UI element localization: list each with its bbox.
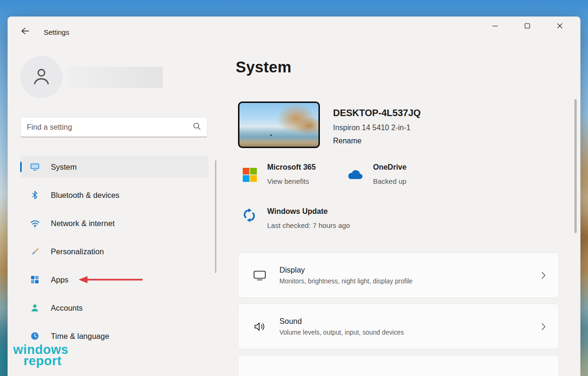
sidebar-item-label: Network & internet bbox=[51, 219, 115, 228]
apps-icon bbox=[30, 274, 40, 285]
device-model: Inspiron 14 5410 2-in-1 bbox=[333, 124, 421, 132]
device-info: DESKTOP-4L537JQ Inspiron 14 5410 2-in-1 … bbox=[333, 102, 421, 148]
tile-title: OneDrive bbox=[373, 163, 406, 172]
display-settings-card[interactable]: Display Monitors, brightness, night ligh… bbox=[238, 252, 559, 298]
onedrive-cloud-icon bbox=[346, 170, 363, 182]
card-title: Sound bbox=[279, 317, 541, 326]
microsoft-365-icon bbox=[243, 168, 257, 184]
network-icon bbox=[30, 218, 40, 228]
card-title: Display bbox=[279, 266, 541, 274]
windows-update-tile[interactable]: Windows Update Last checked: 7 hours ago bbox=[242, 205, 350, 230]
close-icon bbox=[557, 22, 563, 31]
sidebar-item-label: Accounts bbox=[51, 304, 83, 313]
minimize-button[interactable] bbox=[484, 17, 506, 36]
sidebar-item-bluetooth-devices[interactable]: Bluetooth & devices bbox=[20, 184, 208, 206]
sidebar-item-label: Apps bbox=[51, 275, 69, 284]
user-profile bbox=[20, 56, 163, 98]
microsoft-365-tile[interactable]: Microsoft 365 View benefits bbox=[243, 163, 316, 186]
back-arrow-icon bbox=[21, 28, 29, 36]
page-title: System bbox=[236, 58, 292, 76]
sidebar-item-label: Time & language bbox=[51, 332, 109, 341]
device-wallpaper-thumbnail bbox=[238, 102, 320, 148]
card-subtitle: Volume levels, output, input, sound devi… bbox=[279, 329, 541, 336]
back-button[interactable] bbox=[16, 25, 33, 39]
chevron-right-icon bbox=[541, 323, 546, 330]
watermark: windows report bbox=[13, 345, 69, 367]
sidebar-item-network-internet[interactable]: Network & internet bbox=[20, 212, 208, 234]
tile-subtitle: View benefits bbox=[267, 177, 316, 186]
window-controls bbox=[484, 17, 571, 36]
tile-subtitle: Last checked: 7 hours ago bbox=[267, 221, 350, 230]
person-icon bbox=[31, 65, 52, 89]
system-icon bbox=[30, 162, 40, 172]
desktop-wallpaper: { "colors": { "accent": "#0067c0", "anno… bbox=[0, 0, 588, 376]
tile-title: Windows Update bbox=[267, 207, 350, 216]
card-subtitle: Monitors, brightness, night light, displ… bbox=[279, 278, 541, 285]
maximize-icon bbox=[524, 22, 530, 31]
sidebar-item-label: Bluetooth & devices bbox=[51, 191, 119, 200]
sound-settings-card[interactable]: Sound Volume levels, output, input, soun… bbox=[238, 304, 559, 349]
display-icon bbox=[252, 270, 268, 281]
device-name: DESKTOP-4L537JQ bbox=[333, 108, 421, 118]
sidebar-item-label: Personalization bbox=[51, 247, 104, 256]
tile-title: Microsoft 365 bbox=[267, 163, 316, 172]
maximize-button[interactable] bbox=[516, 17, 538, 36]
windows-update-icon bbox=[242, 208, 257, 225]
main-scrollbar[interactable] bbox=[574, 99, 577, 233]
accounts-icon bbox=[30, 303, 40, 313]
time-language-icon bbox=[30, 331, 40, 341]
annotation-arrow-apps bbox=[78, 274, 144, 285]
user-name-redacted bbox=[68, 67, 163, 88]
settings-window: Settings bbox=[8, 16, 580, 376]
user-avatar[interactable] bbox=[20, 56, 63, 98]
search-input[interactable] bbox=[27, 123, 193, 132]
rename-button[interactable]: Rename bbox=[333, 137, 361, 145]
sidebar-item-personalization[interactable]: Personalization bbox=[20, 241, 208, 262]
personalization-icon bbox=[30, 246, 40, 257]
search-box bbox=[20, 117, 207, 137]
close-button[interactable] bbox=[549, 17, 571, 36]
minimize-icon bbox=[493, 22, 498, 31]
search-icon bbox=[193, 122, 201, 132]
sidebar-scrollbar[interactable] bbox=[215, 160, 216, 273]
next-settings-card-partial[interactable] bbox=[238, 355, 559, 376]
device-info-section: DESKTOP-4L537JQ Inspiron 14 5410 2-in-1 … bbox=[238, 102, 421, 148]
sidebar-nav: System Bluetooth & devices Network & int… bbox=[20, 156, 208, 353]
sound-icon bbox=[252, 321, 268, 332]
watermark-line2: report bbox=[24, 356, 69, 367]
window-title: Settings bbox=[44, 28, 69, 36]
sidebar-item-accounts[interactable]: Accounts bbox=[20, 297, 208, 319]
tile-subtitle: Backed up bbox=[373, 177, 406, 186]
bluetooth-icon bbox=[30, 190, 40, 200]
chevron-right-icon bbox=[541, 272, 546, 279]
sidebar-item-system[interactable]: System bbox=[20, 156, 208, 178]
sidebar-item-label: System bbox=[51, 163, 77, 172]
onedrive-tile[interactable]: OneDrive Backed up bbox=[346, 163, 406, 186]
